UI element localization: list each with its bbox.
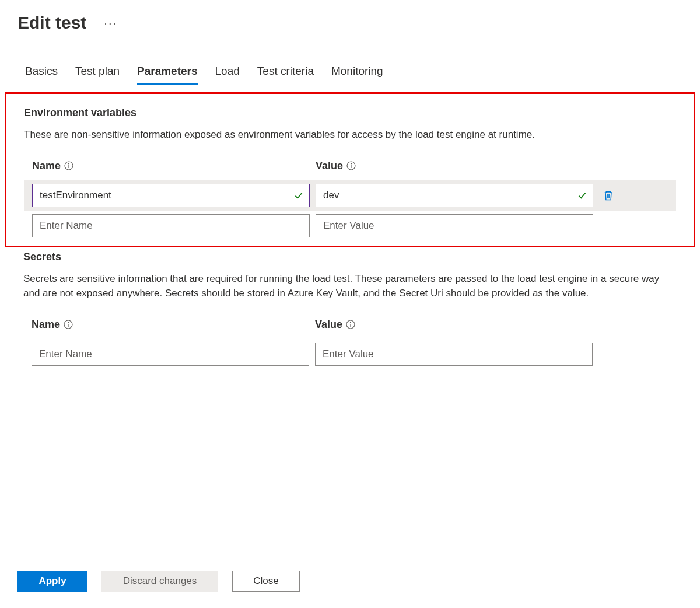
svg-point-14 (351, 322, 351, 323)
tab-basics[interactable]: Basics (25, 65, 58, 85)
info-icon[interactable] (346, 161, 356, 170)
svg-point-2 (69, 163, 69, 164)
env-vars-title: Environment variables (24, 107, 676, 119)
info-icon[interactable] (64, 161, 74, 170)
env-var-empty-row (24, 211, 676, 241)
env-vars-description: These are non-sensitive information expo… (24, 127, 676, 142)
env-var-name-input[interactable] (32, 184, 310, 207)
secrets-description: Secrets are sensitive information that a… (23, 271, 677, 301)
check-icon (577, 190, 587, 201)
secret-empty-row (23, 339, 677, 369)
name-header-label: Name (32, 319, 60, 331)
env-vars-value-header: Value (316, 160, 593, 172)
apply-button[interactable]: Apply (18, 571, 88, 592)
secret-value-input-empty[interactable] (315, 343, 593, 366)
env-var-value-input-empty[interactable] (316, 214, 593, 237)
svg-point-11 (68, 322, 69, 323)
more-options-button[interactable]: ··· (104, 16, 117, 30)
secret-name-input-empty[interactable] (32, 343, 309, 366)
env-vars-name-header: Name (32, 160, 310, 172)
page-title: Edit test (18, 13, 86, 33)
secrets-title: Secrets (23, 251, 677, 263)
env-var-value-input[interactable] (316, 184, 593, 207)
env-var-row (24, 180, 676, 211)
check-icon (293, 190, 304, 201)
env-vars-highlighted-section: Environment variables These are non-sens… (5, 92, 695, 247)
tab-load[interactable]: Load (215, 65, 240, 85)
tab-monitoring[interactable]: Monitoring (331, 65, 383, 85)
discard-changes-button[interactable]: Discard changes (102, 571, 218, 592)
env-var-name-input-empty[interactable] (32, 214, 310, 237)
info-icon[interactable] (346, 320, 355, 329)
secrets-name-header: Name (32, 319, 309, 331)
tab-parameters[interactable]: Parameters (137, 65, 198, 85)
info-icon[interactable] (64, 320, 73, 329)
secrets-value-header: Value (315, 319, 593, 331)
value-header-label: Value (316, 160, 343, 172)
name-header-label: Name (32, 160, 61, 172)
svg-point-5 (351, 163, 352, 164)
tab-test-plan[interactable]: Test plan (75, 65, 120, 85)
value-header-label: Value (315, 319, 342, 331)
close-button[interactable]: Close (232, 571, 300, 592)
tab-test-criteria[interactable]: Test criteria (257, 65, 314, 85)
delete-row-button[interactable] (599, 186, 618, 205)
